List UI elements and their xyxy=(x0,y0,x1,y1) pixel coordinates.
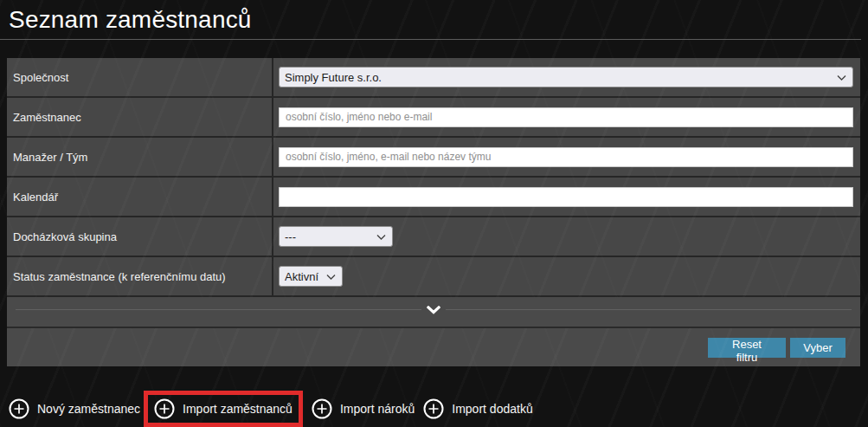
select-button[interactable]: Vyber xyxy=(790,338,845,358)
plus-circle-icon xyxy=(312,398,332,419)
manager-label: Manažer / Tým xyxy=(7,138,273,176)
attendance-group-label: Docházková skupina xyxy=(7,217,273,256)
filter-row-attendance-group: Docházková skupina --- xyxy=(7,217,860,257)
company-label: Společnost xyxy=(7,58,273,96)
filter-actions-row: Reset filtru Vyber xyxy=(7,328,860,366)
header-divider xyxy=(0,39,861,40)
plus-circle-icon xyxy=(9,398,29,419)
bottom-toolbar: Nový zaměstnanec Import zaměstnanců Impo… xyxy=(0,367,868,427)
expand-filter-button[interactable] xyxy=(421,303,446,317)
toolbar-item-label: Import zaměstnanců xyxy=(183,402,293,416)
filter-row-status: Status zaměstnance (k referenčnímu datu)… xyxy=(7,257,860,297)
company-select[interactable]: Simply Future s.r.o. xyxy=(279,67,853,87)
import-employees-button[interactable]: Import zaměstnanců xyxy=(144,391,303,427)
filter-form: Společnost Simply Future s.r.o. Zaměstna… xyxy=(7,58,860,297)
calendar-label: Kalendář xyxy=(7,178,273,216)
chevron-down-icon xyxy=(427,302,440,318)
attendance-group-select[interactable]: --- xyxy=(279,226,393,247)
filter-row-employee: Zaměstnanec xyxy=(7,98,860,138)
plus-circle-icon xyxy=(154,398,175,419)
status-label: Status zaměstnance (k referenčnímu datu) xyxy=(7,257,273,295)
plus-circle-icon xyxy=(423,398,444,419)
status-select[interactable]: Aktivní xyxy=(279,266,343,287)
header-gap xyxy=(0,39,868,58)
filter-row-manager: Manažer / Tým xyxy=(7,138,860,178)
toolbar-item-label: Import nároků xyxy=(340,402,415,416)
reset-filter-button[interactable]: Reset filtru xyxy=(708,338,786,358)
employee-input[interactable] xyxy=(279,107,853,127)
new-employee-button[interactable]: Nový zaměstnanec xyxy=(9,398,140,419)
import-amendments-button[interactable]: Import dodatků xyxy=(423,398,532,419)
toolbar-item-label: Nový zaměstnanec xyxy=(37,402,140,416)
filter-expander-row xyxy=(7,297,860,328)
calendar-input[interactable] xyxy=(279,187,853,207)
page-header: Seznam zaměstnanců xyxy=(0,0,868,39)
manager-input[interactable] xyxy=(279,147,853,167)
filter-row-company: Společnost Simply Future s.r.o. xyxy=(7,58,860,98)
employee-label: Zaměstnanec xyxy=(7,98,273,136)
filter-row-calendar: Kalendář xyxy=(7,178,860,217)
import-entitlements-button[interactable]: Import nároků xyxy=(312,398,415,419)
page-title: Seznam zaměstnanců xyxy=(9,6,868,34)
toolbar-item-label: Import dodatků xyxy=(452,402,532,416)
